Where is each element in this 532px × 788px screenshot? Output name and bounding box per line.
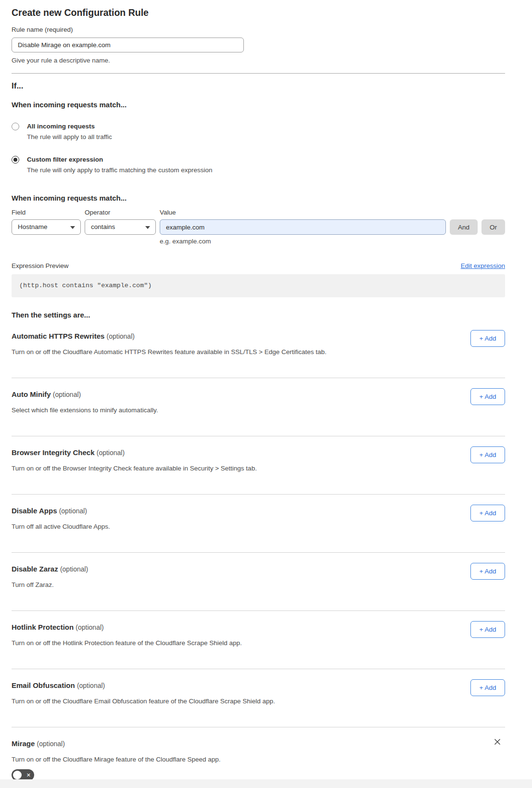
setting-row: Auto Minify (optional) Select which file… [12, 378, 505, 436]
setting-description: Turn off Zaraz. [12, 581, 470, 589]
add-button[interactable]: + Add [470, 563, 505, 580]
rule-name-label: Rule name (required) [12, 25, 505, 34]
add-button[interactable]: + Add [470, 446, 505, 463]
radio-button[interactable] [12, 123, 19, 130]
setting-title: Automatic HTTPS Rewrites [12, 332, 104, 340]
builder-labels-row: Field Operator Value [12, 209, 505, 216]
setting-row: Mirage (optional) Turn on or off the Clo… [12, 727, 505, 783]
match-option-row[interactable]: Custom filter expression The rule will o… [12, 155, 505, 174]
operator-select-value: contains [91, 223, 115, 230]
add-button[interactable]: + Add [470, 505, 505, 521]
setting-info: Auto Minify (optional) Select which file… [12, 390, 470, 414]
expression-preview-code: (http.host contains "example.com") [12, 274, 505, 297]
match-options-group: All incoming requests The rule will appl… [12, 122, 505, 174]
setting-row: Hotlink Protection (optional) Turn on or… [12, 611, 505, 669]
setting-description: Turn on or off the Hotlink Protection fe… [12, 639, 470, 647]
add-button[interactable]: + Add [470, 388, 505, 405]
builder-heading: When incoming requests match... [12, 193, 505, 203]
value-helper: e.g. example.com [160, 238, 505, 245]
setting-qualifier: (optional) [59, 507, 87, 515]
field-select-value: Hostname [18, 223, 48, 230]
setting-row: Automatic HTTPS Rewrites (optional) Turn… [12, 320, 505, 378]
setting-info: Disable Apps (optional) Turn off all act… [12, 506, 470, 531]
setting-qualifier: (optional) [97, 449, 125, 457]
field-select[interactable]: Hostname [12, 219, 81, 235]
rule-name-helper: Give your rule a descriptive name. [12, 56, 505, 64]
or-button[interactable]: Or [481, 219, 505, 235]
setting-qualifier: (optional) [37, 740, 65, 748]
expression-preview-header: Expression Preview Edit expression [12, 262, 505, 269]
radio-label: Custom filter expression [27, 155, 212, 164]
radio-button[interactable] [12, 156, 19, 164]
top-divider [12, 73, 505, 74]
setting-info: Hotlink Protection (optional) Turn on or… [12, 623, 470, 647]
toggle-x-icon: ✕ [26, 773, 31, 778]
chevron-down-icon [70, 226, 75, 229]
setting-row: Email Obfuscation (optional) Turn on or … [12, 669, 505, 727]
add-button[interactable]: + Add [470, 330, 505, 347]
and-button[interactable]: And [450, 219, 478, 235]
setting-description: Turn on or off the Cloudflare Mirage fea… [12, 755, 494, 763]
add-button[interactable]: + Add [470, 679, 505, 696]
expression-preview-label: Expression Preview [12, 262, 69, 269]
setting-row: Disable Zaraz (optional) Turn off Zaraz.… [12, 553, 505, 611]
match-option-row[interactable]: All incoming requests The rule will appl… [12, 122, 505, 141]
setting-row: Browser Integrity Check (optional) Turn … [12, 436, 505, 495]
setting-title: Disable Apps [12, 507, 57, 515]
setting-qualifier: (optional) [76, 623, 103, 631]
setting-qualifier: (optional) [107, 332, 135, 340]
setting-description: Select which file extensions to minify a… [12, 406, 470, 414]
radio-label: All incoming requests [27, 122, 112, 130]
setting-title: Disable Zaraz [12, 565, 58, 573]
if-heading: If... [12, 81, 505, 91]
setting-qualifier: (optional) [60, 565, 88, 573]
setting-info: Browser Integrity Check (optional) Turn … [12, 448, 470, 472]
add-button[interactable]: + Add [470, 621, 505, 638]
toggle-knob [13, 771, 22, 779]
footer-strip [0, 779, 532, 788]
setting-description: Turn off all active Cloudflare Apps. [12, 522, 470, 531]
settings-list: Automatic HTTPS Rewrites (optional) Turn… [12, 320, 505, 783]
then-settings-heading: Then the settings are... [12, 310, 505, 320]
expression-builder-row: Hostname contains And Or [12, 219, 505, 235]
setting-info: Automatic HTTPS Rewrites (optional) Turn… [12, 331, 470, 356]
edit-expression-link[interactable]: Edit expression [461, 262, 505, 269]
setting-description: Turn on or off the Browser Integrity Che… [12, 464, 470, 472]
setting-info: Mirage (optional) Turn on or off the Clo… [12, 739, 494, 783]
value-input[interactable] [160, 219, 446, 235]
setting-row: Disable Apps (optional) Turn off all act… [12, 495, 505, 553]
setting-description: Turn on or off the Cloudflare Automatic … [12, 348, 470, 356]
create-configuration-rule-page: Create new Configuration Rule Rule name … [0, 0, 532, 783]
value-label: Value [160, 209, 505, 216]
setting-title: Browser Integrity Check [12, 448, 95, 457]
setting-qualifier: (optional) [77, 682, 105, 689]
radio-description: The rule will only apply to traffic matc… [27, 166, 212, 174]
setting-description: Turn on or off the Cloudflare Email Obfu… [12, 697, 470, 705]
setting-qualifier: (optional) [53, 391, 81, 398]
setting-info: Disable Zaraz (optional) Turn off Zaraz.… [12, 564, 470, 589]
match-subheading: When incoming requests match... [12, 100, 505, 110]
field-label: Field [12, 209, 85, 216]
close-icon[interactable] [494, 738, 501, 746]
setting-title-mirage: Mirage [12, 739, 35, 748]
setting-title: Auto Minify [12, 390, 51, 398]
setting-info: Email Obfuscation (optional) Turn on or … [12, 681, 470, 705]
page-title: Create new Configuration Rule [12, 7, 505, 18]
setting-title: Email Obfuscation [12, 681, 75, 689]
chevron-down-icon [145, 226, 150, 229]
setting-title: Hotlink Protection [12, 623, 74, 631]
operator-select[interactable]: contains [85, 219, 156, 235]
rule-name-input[interactable] [12, 38, 244, 52]
radio-description: The rule will apply to all traffic [27, 133, 112, 141]
operator-label: Operator [85, 209, 160, 216]
